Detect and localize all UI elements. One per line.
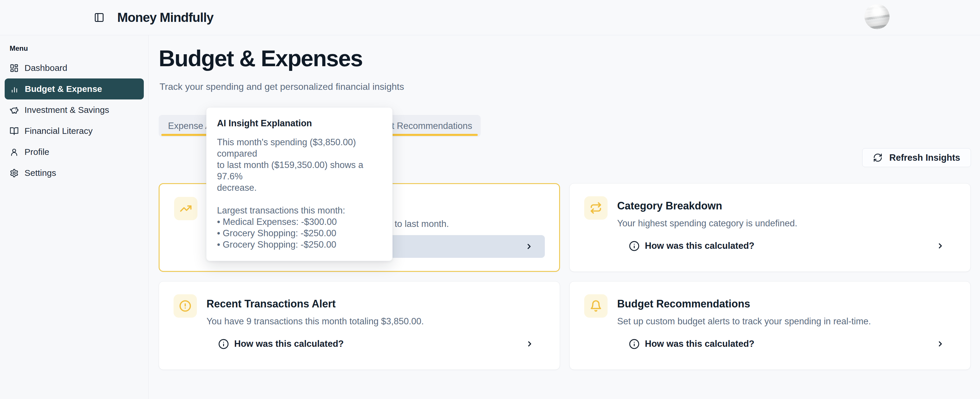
trending-up-icon <box>174 197 197 220</box>
sidebar-item-label: Profile <box>24 147 49 157</box>
sidebar-nav: Dashboard Budget & Expense Investment & … <box>0 57 148 183</box>
sidebar-menu-label: Menu <box>10 45 148 52</box>
ai-tooltip-line: • Grocery Shopping: -$250.00 <box>217 239 382 250</box>
sidebar-item-profile[interactable]: Profile <box>0 141 148 162</box>
chevron-right-icon <box>936 242 944 250</box>
how-calculated-label: How was this calculated? <box>234 339 344 349</box>
ai-tooltip-line: decrease. <box>217 182 382 193</box>
how-calculated-button[interactable]: How was this calculated? <box>617 235 956 257</box>
bell-icon <box>584 294 608 318</box>
piggy-bank-icon <box>10 106 19 114</box>
refresh-insights-label: Refresh Insights <box>889 153 960 163</box>
main-content: Budget & Expenses Track your spending an… <box>149 35 980 399</box>
ai-insight-tooltip: AI Insight Explanation This month's spen… <box>206 107 393 261</box>
sidebar-item-label: Settings <box>24 168 56 178</box>
card-category-breakdown: Category Breakdown Your highest spending… <box>570 183 970 272</box>
app-header: Money Mindfully <box>0 0 980 35</box>
sidebar-toggle-button[interactable] <box>94 12 104 23</box>
ai-tooltip-line: • Grocery Shopping: -$250.00 <box>217 227 382 239</box>
sidebar-item-label: Budget & Expense <box>25 84 102 94</box>
page-title: Budget & Expenses <box>159 45 363 72</box>
sidebar-item-label: Dashboard <box>24 63 67 73</box>
card-title: Recent Transactions Alert <box>207 298 336 310</box>
card-description: Set up custom budget alerts to track you… <box>617 316 871 327</box>
how-calculated-label: How was this calculated? <box>645 339 754 349</box>
sidebar: Menu Dashboard Budget & Expense <box>0 35 149 399</box>
ai-tooltip-line: • Medical Expenses: -$300.00 <box>217 216 382 227</box>
chevron-right-icon <box>526 340 534 348</box>
app-title: Money Mindfully <box>117 10 213 25</box>
ai-tooltip-line: Largest transactions this month: <box>217 205 382 216</box>
card-description: You have 9 transactions this month total… <box>207 316 424 327</box>
refresh-icon <box>873 153 883 162</box>
info-icon <box>218 339 229 350</box>
sidebar-item-label: Financial Literacy <box>24 126 92 136</box>
gear-icon <box>10 169 19 178</box>
how-calculated-button[interactable]: How was this calculated? <box>207 332 546 355</box>
panel-left-icon <box>94 12 104 23</box>
repeat-icon <box>584 196 608 219</box>
sidebar-item-label: Investment & Savings <box>24 105 109 115</box>
card-description-fragment: to last month. <box>395 219 449 229</box>
ai-tooltip-line: This month's spending ($3,850.00) compar… <box>217 137 382 159</box>
bar-chart-icon <box>10 84 19 94</box>
ai-tooltip-line: to last month ($159,350.00) shows a 97.6… <box>217 159 382 182</box>
sidebar-item-settings[interactable]: Settings <box>0 162 148 183</box>
card-title: Category Breakdown <box>617 200 722 212</box>
user-avatar[interactable] <box>864 4 889 29</box>
refresh-insights-button[interactable]: Refresh Insights <box>862 148 971 167</box>
sidebar-item-dashboard[interactable]: Dashboard <box>0 57 148 78</box>
how-calculated-button[interactable]: How was this calculated? <box>617 332 956 355</box>
alert-circle-icon <box>173 294 197 318</box>
open-book-icon <box>10 127 19 136</box>
sidebar-item-investment-savings[interactable]: Investment & Savings <box>0 99 148 121</box>
card-budget-recommendations: Budget Recommendations Set up custom bud… <box>570 281 970 370</box>
dashboard-grid-icon <box>10 64 19 73</box>
chevron-right-icon <box>525 242 533 251</box>
info-icon <box>629 241 640 251</box>
card-recent-transactions-alert: Recent Transactions Alert You have 9 tra… <box>159 281 560 370</box>
ai-tooltip-body: This month's spending ($3,850.00) compar… <box>217 137 382 250</box>
sidebar-item-financial-literacy[interactable]: Financial Literacy <box>0 121 148 141</box>
page-subtitle: Track your spending and get personalized… <box>159 81 404 92</box>
ai-tooltip-line <box>217 193 382 205</box>
chevron-right-icon <box>936 340 944 348</box>
card-description: Your highest spending category is undefi… <box>617 218 797 229</box>
user-icon <box>10 148 19 157</box>
sidebar-item-budget-expense[interactable]: Budget & Expense <box>5 78 144 99</box>
ai-tooltip-title: AI Insight Explanation <box>217 118 382 129</box>
card-title: Budget Recommendations <box>617 298 750 310</box>
info-icon <box>629 339 640 350</box>
how-calculated-label: How was this calculated? <box>645 241 754 251</box>
